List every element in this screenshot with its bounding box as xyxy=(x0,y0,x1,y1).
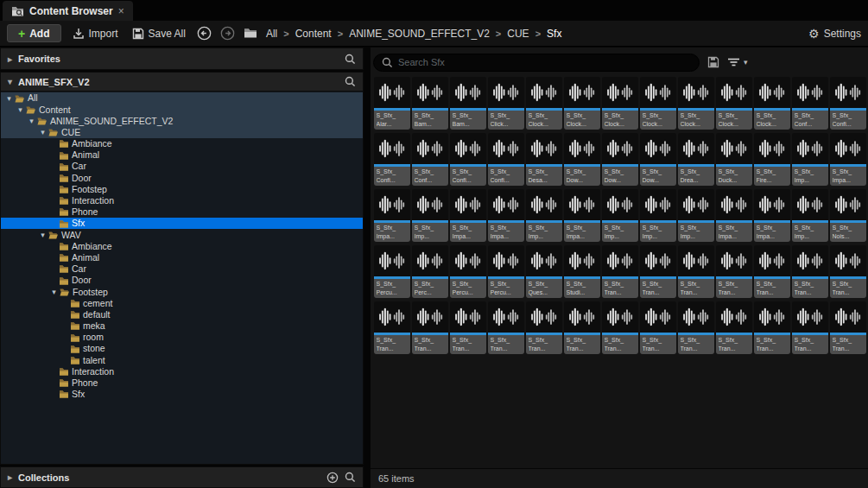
asset-tile[interactable]: S_Sfx_Tran... xyxy=(488,301,524,354)
favorites-header[interactable]: ▸ Favorites xyxy=(0,48,364,70)
tab-content-browser[interactable]: Content Browser × xyxy=(3,1,133,21)
asset-tile[interactable]: S_Sfx_Dow... xyxy=(640,133,676,186)
asset-tile[interactable]: S_Sfx_Confi... xyxy=(830,77,866,130)
add-button[interactable]: + Add xyxy=(7,24,61,42)
asset-tile[interactable]: S_Sfx_Tran... xyxy=(640,301,676,354)
asset-tile[interactable]: S_Sfx_Imp... xyxy=(602,189,638,242)
asset-tile[interactable]: S_Sfx_Confi... xyxy=(374,133,410,186)
tree-item-car[interactable]: Car xyxy=(1,161,363,172)
asset-tile[interactable]: S_Sfx_Impa... xyxy=(564,189,600,242)
tree-item-default[interactable]: default xyxy=(1,309,363,320)
asset-tile[interactable]: S_Sfx_Confi... xyxy=(450,133,486,186)
tree-item-ambiance[interactable]: Ambiance xyxy=(1,138,363,149)
asset-tile[interactable]: S_Sfx_Drea... xyxy=(678,133,714,186)
tree-item-cement[interactable]: cement xyxy=(1,297,363,308)
tree-item-car[interactable]: Car xyxy=(1,263,363,275)
caret-down-icon[interactable]: ▾ xyxy=(38,231,48,239)
asset-tile[interactable]: S_Sfx_Click... xyxy=(488,77,524,130)
asset-tile[interactable]: S_Sfx_Tran... xyxy=(602,301,638,354)
asset-tile[interactable]: S_Sfx_Duck... xyxy=(716,133,752,186)
tree-item-interaction[interactable]: Interaction xyxy=(1,366,363,377)
search-icon[interactable] xyxy=(345,472,356,483)
asset-tile[interactable]: S_Sfx_Impa... xyxy=(830,133,866,186)
filter-button[interactable]: ▾ xyxy=(727,57,748,67)
asset-tile[interactable]: S_Sfx_Impa... xyxy=(716,189,752,242)
tree-item-wav[interactable]: ▾WAV xyxy=(1,229,363,240)
asset-tile[interactable]: S_Sfx_Fire... xyxy=(754,133,790,186)
caret-down-icon[interactable]: ▾ xyxy=(49,288,59,296)
breadcrumb-item[interactable]: ANIME_SOUND_EFFECT_V2 xyxy=(349,28,490,40)
tree-item-cue[interactable]: ▾CUE xyxy=(1,127,363,138)
asset-tile[interactable]: S_Sfx_Impa... xyxy=(374,189,410,242)
asset-tile[interactable]: S_Sfx_Tran... xyxy=(678,245,714,298)
asset-tile[interactable]: S_Sfx_Imp... xyxy=(412,189,448,242)
tree-item-meka[interactable]: meka xyxy=(1,320,363,332)
tree-item-door[interactable]: Door xyxy=(1,172,363,183)
back-button[interactable] xyxy=(197,26,212,41)
search-input[interactable] xyxy=(398,57,691,67)
asset-tile[interactable]: S_Sfx_Imp... xyxy=(640,189,676,242)
caret-down-icon[interactable]: ▾ xyxy=(38,128,48,136)
asset-tile[interactable]: S_Sfx_Perc... xyxy=(412,245,448,298)
tree-item-content[interactable]: ▾Content xyxy=(1,104,363,115)
asset-tile[interactable]: S_Sfx_Tran... xyxy=(754,301,790,354)
search-icon[interactable] xyxy=(345,76,356,87)
tree-item-stone[interactable]: stone xyxy=(1,343,363,354)
asset-tile[interactable]: S_Sfx_Tran... xyxy=(374,301,410,354)
asset-tile[interactable]: S_Sfx_Imp... xyxy=(678,189,714,242)
search-pill[interactable] xyxy=(373,54,700,72)
tree-item-phone[interactable]: Phone xyxy=(1,206,363,218)
breadcrumb-item[interactable]: Content xyxy=(295,28,332,40)
tree-item-animal[interactable]: Animal xyxy=(1,149,363,161)
asset-tile[interactable]: S_Sfx_Dow... xyxy=(564,133,600,186)
tree-item-room[interactable]: room xyxy=(1,332,363,343)
asset-tile[interactable]: S_Sfx_Impa... xyxy=(754,189,790,242)
asset-tile[interactable]: S_Sfx_Tran... xyxy=(716,245,752,298)
asset-tile[interactable]: S_Sfx_Studi... xyxy=(564,245,600,298)
breadcrumb-item[interactable]: Sfx xyxy=(547,28,561,40)
tree-item-all[interactable]: ▾All xyxy=(1,92,363,104)
asset-tile[interactable]: S_Sfx_Percu... xyxy=(450,245,486,298)
asset-tile[interactable]: S_Sfx_Ques... xyxy=(526,245,562,298)
caret-down-icon[interactable]: ▾ xyxy=(4,94,14,103)
caret-right-icon[interactable]: ▸ xyxy=(8,54,12,64)
asset-tile[interactable]: S_Sfx_Imp... xyxy=(792,133,828,186)
asset-tile[interactable]: S_Sfx_Clock... xyxy=(754,77,790,130)
asset-tile[interactable]: S_Sfx_Alar... xyxy=(374,77,410,130)
tree-item-footstep[interactable]: ▾Footstep xyxy=(1,286,363,297)
caret-down-icon[interactable]: ▾ xyxy=(8,77,12,86)
asset-tile[interactable]: S_Sfx_Clock... xyxy=(602,77,638,130)
asset-tile[interactable]: S_Sfx_Tran... xyxy=(412,301,448,354)
save-search-icon[interactable] xyxy=(707,56,719,68)
asset-tile[interactable]: S_Sfx_Clock... xyxy=(526,77,562,130)
import-button[interactable]: Import xyxy=(70,28,121,40)
asset-tile[interactable]: S_Sfx_Tran... xyxy=(678,301,714,354)
asset-tile[interactable]: S_Sfx_Conf... xyxy=(792,77,828,130)
source-header[interactable]: ▾ ANIME_SFX_V2 xyxy=(0,72,364,92)
breadcrumb-item[interactable]: CUE xyxy=(507,28,529,40)
asset-tile[interactable]: S_Sfx_Imp... xyxy=(792,189,828,242)
asset-tile[interactable]: S_Sfx_Dow... xyxy=(602,133,638,186)
asset-tile[interactable]: S_Sfx_Bam... xyxy=(412,77,448,130)
tree-item-sfx[interactable]: Sfx xyxy=(1,218,363,229)
asset-tile[interactable]: S_Sfx_Nois... xyxy=(830,189,866,242)
tree-item-phone[interactable]: Phone xyxy=(1,377,363,389)
asset-tile[interactable]: S_Sfx_Clock... xyxy=(678,77,714,130)
asset-tile[interactable]: S_Sfx_Bam... xyxy=(450,77,486,130)
asset-tile[interactable]: S_Sfx_Percu... xyxy=(374,245,410,298)
asset-tile[interactable]: S_Sfx_Tran... xyxy=(830,301,866,354)
asset-tile[interactable]: S_Sfx_Tran... xyxy=(792,301,828,354)
save-all-button[interactable]: Save All xyxy=(130,28,188,40)
asset-tile[interactable]: S_Sfx_Clock... xyxy=(716,77,752,130)
asset-tile[interactable]: S_Sfx_Conf... xyxy=(412,133,448,186)
tree-item-ambiance[interactable]: Ambiance xyxy=(1,240,363,251)
tree-item-animal[interactable]: Animal xyxy=(1,252,363,263)
tree-item-footstep[interactable]: Footstep xyxy=(1,184,363,195)
tree-item-interaction[interactable]: Interaction xyxy=(1,195,363,206)
caret-right-icon[interactable]: ▸ xyxy=(8,472,12,482)
asset-tile[interactable]: S_Sfx_Tran... xyxy=(602,245,638,298)
asset-tile[interactable]: S_Sfx_Impa... xyxy=(450,189,486,242)
forward-button[interactable] xyxy=(220,26,235,41)
asset-tile[interactable]: S_Sfx_Imp... xyxy=(526,189,562,242)
asset-tile[interactable]: S_Sfx_Tran... xyxy=(450,301,486,354)
